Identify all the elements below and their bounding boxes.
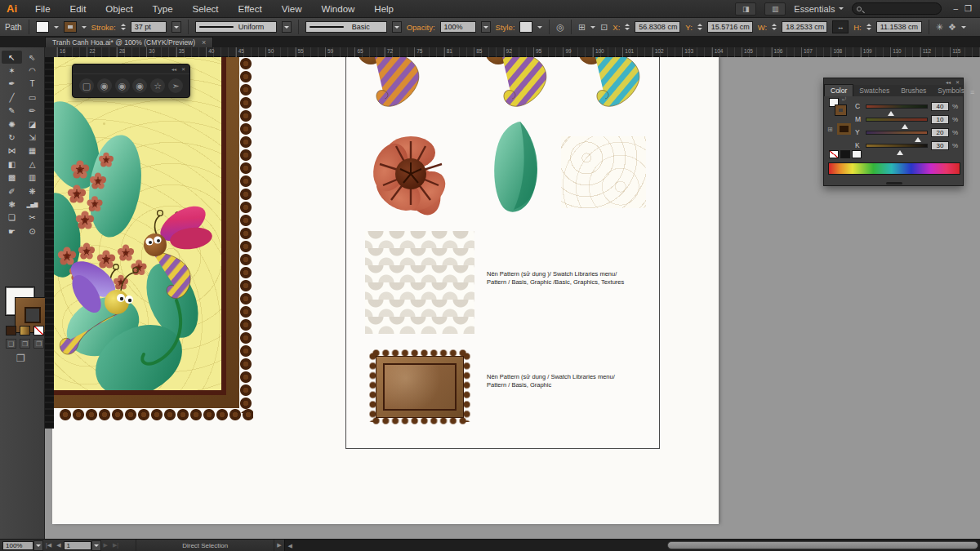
column-graph-tool[interactable]: ▂▅▇ (22, 198, 42, 211)
color-spectrum-bar[interactable] (828, 162, 960, 175)
screen-mode-button[interactable]: ❐ (16, 353, 25, 364)
tab-swatches[interactable]: Swatches (853, 85, 895, 96)
collapse-icon[interactable]: ◂◂ (172, 66, 176, 72)
last-artboard-icon[interactable]: ▶| (110, 542, 121, 549)
yellow-slider[interactable] (866, 131, 928, 135)
shape-builder-tool[interactable]: ◧ (2, 158, 22, 171)
gradient-tool[interactable]: ▥ (22, 171, 42, 184)
style-swatch[interactable] (519, 21, 532, 33)
width-tool[interactable]: ⋈ (2, 144, 22, 158)
close-icon[interactable]: × (202, 38, 206, 47)
opacity-field[interactable]: 100% (440, 21, 476, 33)
first-artboard-icon[interactable]: |◀ (43, 542, 54, 549)
panel-menu-icon[interactable]: ≡ (970, 88, 978, 96)
white-swatch[interactable] (852, 150, 862, 158)
tab-brushes[interactable]: Brushes (895, 85, 932, 96)
magenta-slider[interactable] (866, 118, 928, 122)
bridge-button[interactable]: ◨ (735, 2, 756, 16)
none-button[interactable] (33, 326, 44, 335)
pen-tool[interactable]: ✒ (2, 78, 22, 91)
isolate-icon[interactable]: ❖ (948, 22, 956, 33)
next-artboard-icon[interactable]: ▶ (101, 542, 110, 549)
collapse-icon[interactable]: ◂◂ (946, 79, 951, 85)
tab-color[interactable]: Color (824, 84, 853, 96)
paintbrush-tool[interactable]: ✎ (2, 104, 22, 118)
chevron-down-icon[interactable] (54, 26, 59, 31)
fill-color-swatch[interactable] (36, 21, 49, 33)
pattern-swatch-light[interactable] (561, 136, 646, 208)
overlay-icon[interactable]: ◉ (132, 78, 147, 93)
y-field[interactable]: 15.5716 cm (707, 21, 753, 33)
stroke-weight-stepper[interactable] (121, 21, 126, 33)
mesh-tool[interactable]: ▩ (2, 171, 22, 184)
overlay-icon[interactable]: ➣ (168, 78, 183, 93)
artboard-number-field[interactable]: 1 (64, 541, 91, 550)
chevron-down-icon[interactable] (537, 26, 542, 31)
color-button[interactable] (6, 326, 16, 335)
gradient-button[interactable] (20, 326, 30, 335)
overlay-icon[interactable]: ☆ (150, 78, 165, 93)
horizontal-scrollbar[interactable]: ◀ (284, 540, 980, 551)
pencil-tool[interactable]: ✏ (22, 104, 42, 118)
swap-colors-icon[interactable]: ⤾ (842, 96, 846, 102)
slider-thumb[interactable] (902, 121, 908, 129)
variable-width-profile-field[interactable]: Uniform (195, 21, 277, 33)
menu-item[interactable]: Object (96, 2, 142, 16)
overlay-icon[interactable]: ◉ (115, 78, 130, 93)
constrain-proportions-link-icon[interactable]: ↔ (832, 20, 849, 33)
slider-thumb[interactable] (888, 108, 894, 116)
zoom-tool[interactable]: ⊙ (22, 224, 42, 238)
w-field[interactable]: 18.2533 cm (782, 21, 827, 33)
black-value-field[interactable]: 30 (931, 141, 949, 150)
close-icon[interactable]: ✕ (181, 66, 185, 72)
scrollbar-thumb[interactable] (667, 541, 978, 549)
perspective-grid-tool[interactable]: △ (22, 158, 42, 171)
cyan-value-field[interactable]: 40 (931, 102, 949, 111)
scale-tool[interactable]: ⇲ (22, 131, 42, 144)
floating-toolbar[interactable]: ◂◂ ✕ ▢◉◉◉☆➣ (72, 64, 190, 98)
arrange-documents-button[interactable]: ▥ (764, 2, 786, 16)
chevron-down-icon[interactable] (961, 26, 966, 31)
flower-swatch[interactable] (359, 131, 469, 216)
illustrator-logo[interactable]: Ai (0, 2, 25, 15)
document-tab[interactable]: Tranh Canh Hoa.ai* @ 100% (CMYK/Preview)… (45, 37, 213, 47)
black-slider[interactable] (866, 144, 928, 148)
tab-symbols[interactable]: Symbols (932, 85, 970, 96)
menu-item[interactable]: View (272, 2, 312, 16)
selection-tool[interactable]: ↖ (2, 51, 22, 64)
menu-item[interactable]: Type (143, 2, 183, 16)
none-swatch[interactable] (829, 150, 839, 158)
previous-artboard-icon[interactable]: ◀ (54, 542, 63, 549)
rectangle-tool[interactable]: ▭ (22, 91, 42, 104)
caterpillar-swatch-yellow[interactable] (475, 48, 557, 112)
active-color-swatch[interactable] (837, 123, 851, 135)
eraser-tool[interactable]: ◪ (22, 118, 42, 131)
h-stepper[interactable] (866, 21, 871, 33)
type-tool[interactable]: T (22, 78, 42, 91)
chevron-down-icon[interactable] (590, 26, 595, 31)
direct-selection-tool[interactable]: ⇖ (22, 51, 42, 64)
slice-tool[interactable]: ✂ (22, 211, 42, 224)
recolor-artwork-icon[interactable]: ◎ (556, 22, 564, 33)
y-stepper[interactable] (697, 21, 702, 33)
workspace-switcher[interactable]: Essentials (794, 4, 844, 14)
minimize-button[interactable]: – (953, 4, 958, 13)
transform-icon[interactable]: ✳ (936, 22, 943, 33)
h-field[interactable]: 11.1538 cm (876, 21, 922, 33)
search-input[interactable] (852, 2, 942, 15)
w-stepper[interactable] (772, 21, 777, 33)
swatch-examples-box[interactable]: Nên Pattern (sử dụng )/ Swatch Libraries… (345, 49, 660, 449)
menu-item[interactable]: Window (311, 2, 364, 16)
scroll-left-icon[interactable]: ◀ (288, 543, 292, 549)
caterpillar-swatch-cyan[interactable] (568, 48, 650, 112)
stroke-weight-field[interactable]: 37 pt (131, 21, 167, 33)
restore-button[interactable]: ❐ (964, 4, 972, 13)
draw-behind-button[interactable]: ❒ (20, 339, 30, 349)
draw-normal-button[interactable]: ❑ (6, 339, 16, 349)
magic-wand-tool[interactable]: ✶ (2, 64, 22, 77)
menu-item[interactable]: Select (183, 2, 229, 16)
slider-thumb[interactable] (915, 134, 921, 142)
artboard-dropdown[interactable] (91, 540, 101, 551)
close-icon[interactable]: ✕ (956, 79, 960, 85)
menu-item[interactable]: Help (364, 2, 403, 16)
